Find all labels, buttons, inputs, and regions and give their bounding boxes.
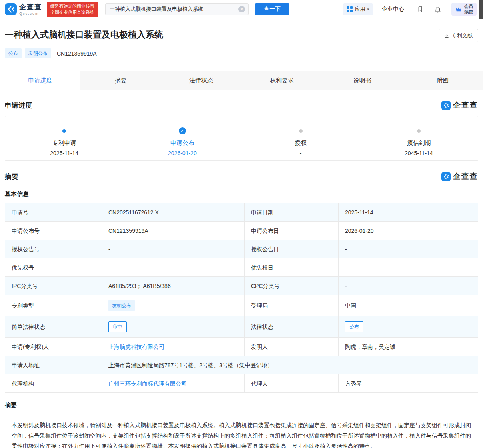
abstract-title: 摘要: [5, 402, 478, 409]
search-input[interactable]: [105, 3, 249, 15]
summary-section-title: 摘要: [5, 172, 18, 181]
apps-menu[interactable]: 应用 ▾: [343, 3, 373, 15]
title-row: 一种植入式脑机接口装置及电极植入系统 专利文献: [5, 29, 478, 42]
publish-status-tag: 公布: [5, 48, 22, 58]
milestone-label: 专利申请: [52, 139, 76, 147]
table-row: 专利类型 发明公布 受理局 中国: [5, 295, 478, 316]
table-row: 申请号 CN202511672612.X 申请日期 2025-11-14: [5, 203, 478, 221]
table-row: 申请公布号 CN121359919A 申请公布日 2026-01-20: [5, 221, 478, 240]
patent-kind-tag: 发明公布: [25, 48, 51, 58]
download-icon: [444, 33, 449, 38]
cell-label: 申请公布号: [5, 222, 102, 240]
agency-link[interactable]: 广州三环专利商标代理有限公司: [108, 380, 187, 388]
application-timeline: 专利申请 2025-11-14 ✓ 申请公布 2026-01-20 授权 - 预…: [5, 116, 478, 161]
scrollbar-thumb[interactable]: [479, 0, 483, 19]
brand-domain: Qcc.com: [19, 12, 42, 16]
cell-label: 代理机构: [5, 374, 102, 392]
applicant-link[interactable]: 上海脑虎科技有限公司: [108, 343, 164, 351]
notification-bell-icon[interactable]: [434, 6, 441, 13]
cell-label: 申请(专利权)人: [5, 338, 102, 356]
milestone-dot-done: [62, 129, 66, 133]
tab-abstract[interactable]: 摘要: [80, 71, 161, 90]
search-button[interactable]: 查一下: [255, 3, 289, 15]
cell-label: 专利类型: [5, 295, 102, 316]
chevron-down-icon: ▾: [367, 7, 369, 11]
table-row: 简单法律状态 审中 法律状态 公布: [5, 316, 478, 337]
search-box: ×: [105, 3, 249, 15]
cell-value: -: [338, 258, 478, 276]
patent-meta-row: 公布 发明公布 CN121359919A: [5, 48, 478, 58]
cell-value: 公布: [338, 316, 478, 337]
slogan-line-1: 缔造有远见的商业传奇: [50, 3, 94, 9]
cell-label: CPC分类号: [244, 277, 338, 295]
cell-label: IPC分类号: [5, 277, 102, 295]
cell-value: -: [338, 277, 478, 295]
grid-icon: [347, 6, 353, 12]
tab-claims[interactable]: 权利要求: [242, 71, 322, 90]
milestone-published: ✓ 申请公布 2026-01-20: [123, 127, 241, 160]
progress-section-head: 申请进度 企查查: [5, 100, 478, 110]
qcc-watermark-icon: [441, 172, 451, 181]
table-row: IPC分类号 A61B5/293； A61B5/386 CPC分类号 -: [5, 276, 478, 295]
cell-value: -: [102, 258, 244, 276]
table-row: 申请(专利权)人 上海脑虎科技有限公司 发明人 陶虎，章南，吴定诚: [5, 337, 478, 356]
cell-value: CN121359919A: [102, 222, 244, 240]
cell-label: 申请号: [5, 203, 102, 221]
cell-value: 广州三环专利商标代理有限公司: [102, 374, 244, 392]
cell-value: 中国: [338, 295, 478, 316]
cell-value: 方秀琴: [338, 374, 478, 392]
top-header: 企查查 Qcc.com 缔造有远见的商业传奇 全国企业信用查询系统 × 查一下 …: [0, 0, 483, 18]
cell-value: 2026-01-20: [338, 222, 478, 240]
check-circle-icon: ✓: [179, 127, 186, 134]
milestone-date: 2026-01-20: [168, 150, 197, 156]
vip-label-line-2: 续费: [464, 9, 473, 14]
patent-doc-button-label: 专利文献: [452, 32, 473, 39]
cell-value: 审中: [102, 316, 244, 337]
table-row: 优先权号 - 优先权日 -: [5, 258, 478, 276]
enterprise-center-link[interactable]: 企业中心: [382, 6, 404, 13]
milestone-label: 授权: [295, 139, 307, 147]
cell-label: 发明人: [244, 338, 338, 356]
cell-value: 发明公布: [102, 295, 244, 316]
mobile-phone-icon[interactable]: [417, 6, 424, 13]
tab-legal-status[interactable]: 法律状态: [161, 71, 241, 90]
cell-value: 上海市黄浦区制造局路787号1号楼、2号楼、3号楼（集中登记地）: [102, 356, 478, 374]
clear-search-icon[interactable]: ×: [238, 6, 245, 12]
apps-menu-label: 应用: [355, 6, 365, 13]
tab-description[interactable]: 说明书: [322, 71, 403, 90]
qcc-logo[interactable]: 企查查 Qcc.com: [5, 2, 42, 16]
cell-label: 代理人: [244, 374, 338, 392]
vip-renew-button[interactable]: 会员 续费: [451, 3, 477, 16]
milestone-expiry: 预估到期 2045-11-14: [360, 127, 478, 160]
abstract-text: 本发明涉及脑机接口技术领域，特别涉及一种植入式脑机接口装置及电极植入系统。植入式…: [5, 414, 478, 448]
patent-doc-button[interactable]: 专利文献: [439, 29, 478, 42]
milestone-granted: 授权 -: [242, 127, 360, 160]
tab-application-progress[interactable]: 申请进度: [0, 71, 80, 90]
qcc-logo-icon: [5, 3, 17, 15]
milestone-date: 2025-11-14: [50, 150, 78, 156]
crown-icon: [455, 6, 462, 13]
cell-label: 法律状态: [244, 316, 338, 337]
tab-bar: 申请进度 摘要 法律状态 权利要求 说明书 附图: [0, 71, 483, 90]
slogan-banner: 缔造有远见的商业传奇 全国企业信用查询系统: [47, 2, 98, 17]
brand-name: 企查查: [19, 2, 42, 12]
milestone-dot-pending: [299, 129, 303, 133]
cell-value: A61B5/293； A61B5/386: [102, 277, 244, 295]
milestone-label: 申请公布: [170, 139, 194, 147]
qcc-watermark: 企查查: [441, 100, 478, 110]
table-row: 申请人地址 上海市黄浦区制造局路787号1号楼、2号楼、3号楼（集中登记地）: [5, 356, 478, 374]
patent-type-tag: 发明公布: [108, 300, 135, 311]
milestone-label: 预估到期: [407, 139, 431, 147]
cell-value: -: [102, 240, 244, 258]
milestone-date: -: [300, 150, 302, 156]
cell-value: 陶虎，章南，吴定诚: [338, 338, 478, 356]
slogan-line-2: 全国企业信用查询系统: [50, 9, 94, 16]
qcc-watermark: 企查查: [441, 171, 478, 182]
qcc-logo-text: 企查查 Qcc.com: [19, 2, 42, 16]
vip-label-line-1: 会员: [464, 4, 473, 9]
cell-label: 受理局: [244, 295, 338, 316]
milestone-filed: 专利申请 2025-11-14: [5, 127, 123, 160]
tab-drawings[interactable]: 附图: [403, 71, 483, 90]
patent-number: CN121359919A: [57, 50, 97, 57]
page-title: 一种植入式脑机接口装置及电极植入系统: [5, 29, 163, 41]
